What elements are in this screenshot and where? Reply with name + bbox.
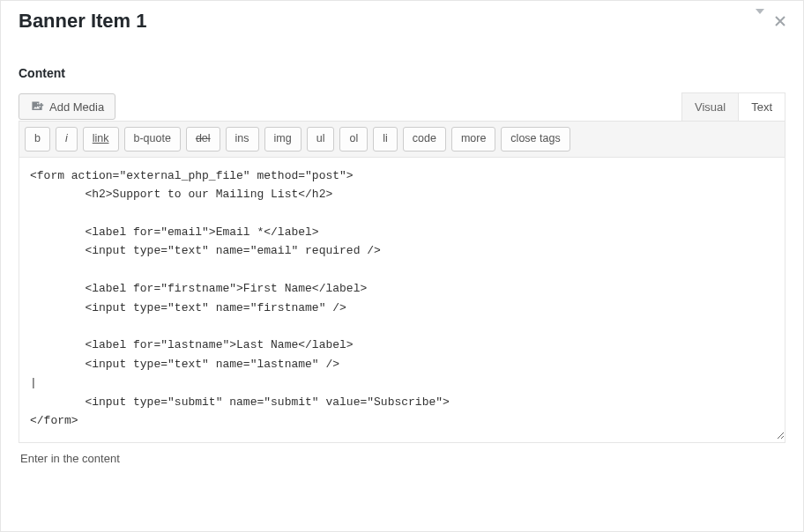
- add-media-button[interactable]: Add Media: [19, 93, 115, 120]
- add-media-label: Add Media: [49, 100, 104, 114]
- close-icon: [775, 16, 785, 26]
- qt-blockquote[interactable]: b-quote: [124, 127, 181, 151]
- panel-body: Content Add Media Visual Text b i link b…: [1, 33, 803, 472]
- content-label: Content: [19, 66, 785, 80]
- caret-down-icon: [756, 9, 764, 28]
- qt-ul[interactable]: ul: [307, 127, 335, 151]
- content-textarea[interactable]: [19, 158, 785, 440]
- tab-visual[interactable]: Visual: [682, 93, 739, 121]
- qt-ol[interactable]: ol: [339, 127, 368, 151]
- qt-link[interactable]: link: [83, 127, 119, 151]
- remove-button[interactable]: [775, 16, 785, 26]
- quicktags-toolbar: b i link b-quote del ins img ul ol li co…: [19, 122, 785, 158]
- panel-header: Banner Item 1: [1, 1, 803, 33]
- qt-img[interactable]: img: [264, 127, 302, 151]
- editor-tabs: Visual Text: [681, 92, 785, 121]
- qt-more[interactable]: more: [451, 127, 495, 151]
- qt-code[interactable]: code: [403, 127, 446, 151]
- banner-item-panel: Banner Item 1 Content Add Media Visual: [0, 0, 804, 532]
- collapse-toggle[interactable]: [756, 14, 764, 28]
- qt-del[interactable]: del: [186, 127, 220, 151]
- qt-bold[interactable]: b: [25, 127, 50, 151]
- tab-text[interactable]: Text: [739, 93, 785, 121]
- panel-title: Banner Item 1: [19, 10, 756, 33]
- editor-top-row: Add Media Visual Text: [19, 92, 785, 121]
- qt-italic[interactable]: i: [56, 127, 78, 151]
- qt-close-tags[interactable]: close tags: [501, 127, 570, 151]
- editor-container: b i link b-quote del ins img ul ol li co…: [19, 121, 785, 443]
- qt-li[interactable]: li: [373, 127, 398, 151]
- media-icon: [30, 100, 44, 114]
- content-help-text: Enter in the content: [20, 452, 784, 465]
- qt-ins[interactable]: ins: [226, 127, 259, 151]
- panel-controls: [756, 14, 785, 28]
